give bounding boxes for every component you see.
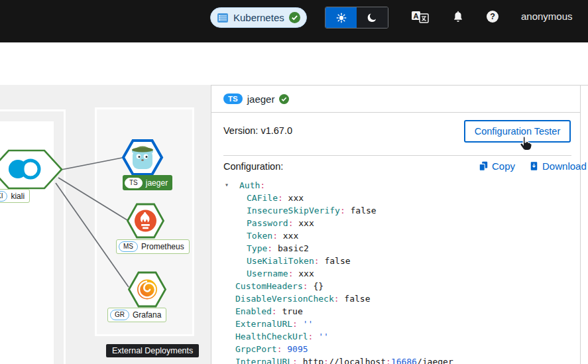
bell-icon (451, 9, 465, 24)
mesh-graph[interactable]: KI kiali TS jaeger (0, 85, 211, 364)
graph-edges (0, 85, 211, 364)
light-theme-button[interactable] (325, 7, 357, 28)
node-label-kiali[interactable]: KI kiali (0, 189, 30, 203)
details-panel: TS jaeger Version: v1.67.0 Configuration… (211, 85, 588, 364)
yaml-line: DisableVersionCheck: false (223, 292, 575, 305)
yaml-line: InternalURL: http://localhost:16686/jaeg… (223, 355, 575, 364)
yaml-line: GrpcPort: 9095 (223, 343, 575, 355)
yaml-line: CAFile: xxx (223, 192, 575, 204)
user-menu[interactable]: anonymous (521, 11, 573, 22)
kiali-mesh-page: Kubernetes (0, 0, 588, 364)
configuration-label: Configuration: (223, 161, 283, 172)
dark-theme-button[interactable] (357, 7, 388, 28)
version-row: Version: v1.67.0 (223, 125, 292, 136)
moon-icon (367, 12, 378, 23)
yaml-line: ExternalURL: '' (223, 318, 575, 330)
grafana-logo-icon (137, 280, 157, 300)
yaml-line: InsecureSkipVerify: false (223, 204, 575, 217)
yaml-line: UseKialiToken: false (223, 255, 575, 267)
panel-scrollbar[interactable] (580, 86, 581, 364)
node-label-prometheus[interactable]: MS Prometheus (116, 239, 190, 254)
yaml-line: Type: basic2 (223, 242, 575, 255)
yaml-line: Enabled: true (223, 305, 575, 318)
configuration-actions: Copy Download (478, 160, 587, 172)
svg-text:A: A (414, 12, 419, 20)
cluster-icon (217, 13, 229, 23)
kiali-logo-icon (9, 160, 39, 178)
jaeger-mascot-icon (132, 147, 153, 170)
node-jaeger[interactable] (121, 139, 164, 176)
external-deployments-label: External Deployments (106, 344, 199, 357)
language-button[interactable]: A (411, 10, 429, 27)
healthy-check-icon (279, 94, 289, 104)
node-kiali[interactable] (0, 149, 64, 190)
download-link[interactable]: Download (529, 160, 587, 172)
tracing-badge: TS (223, 93, 243, 104)
secondary-toolbar: ? Help Reset Last 1m Pause (0, 42, 588, 85)
yaml-line: Password: xxx (223, 217, 575, 229)
yaml-line: CustomHeaders: {} (223, 280, 575, 292)
theme-toggle (325, 7, 388, 29)
prometheus-logo-icon (135, 210, 156, 232)
notifications-button[interactable] (451, 9, 465, 27)
node-badge-jaeger: TS (125, 178, 143, 188)
divider (223, 155, 571, 156)
cluster-name: Kubernetes (233, 12, 284, 23)
node-badge-grafana: GR (110, 310, 129, 320)
config-code[interactable]: ▾Auth:CAFile: xxxInsecureSkipVerify: fal… (223, 179, 575, 364)
sun-icon (335, 12, 347, 24)
version-value: v1.67.0 (261, 125, 292, 136)
node-grafana[interactable] (127, 271, 167, 308)
svg-text:?: ? (490, 12, 495, 21)
node-prometheus[interactable] (126, 202, 165, 239)
yaml-line: Username: xxx (223, 267, 575, 280)
panel-header: TS jaeger (211, 86, 580, 113)
yaml-line: HealthCheckUrl: '' (223, 330, 575, 343)
hand-cursor-icon (518, 135, 534, 153)
node-badge-prometheus: MS (119, 241, 138, 252)
panel-title[interactable]: jaeger (247, 93, 275, 105)
masthead: Kubernetes (0, 0, 588, 42)
download-icon (529, 160, 539, 172)
version-label: Version: (223, 125, 258, 136)
cluster-healthy-check-icon (289, 12, 300, 23)
node-badge-kiali: KI (0, 191, 7, 202)
language-icon: A (411, 10, 429, 25)
yaml-line: ▾Auth: (223, 179, 575, 192)
yaml-line: Token: xxx (223, 229, 575, 242)
cluster-selector[interactable]: Kubernetes (210, 7, 307, 28)
copy-link[interactable]: Copy (478, 160, 515, 172)
node-label-jaeger[interactable]: TS jaeger (123, 175, 172, 190)
question-circle-icon: ? (486, 10, 499, 23)
help-menu-button[interactable]: ? (486, 10, 499, 26)
copy-icon (478, 160, 489, 172)
node-label-grafana[interactable]: GR Grafana (107, 308, 166, 322)
fold-caret-icon[interactable]: ▾ (225, 178, 229, 191)
